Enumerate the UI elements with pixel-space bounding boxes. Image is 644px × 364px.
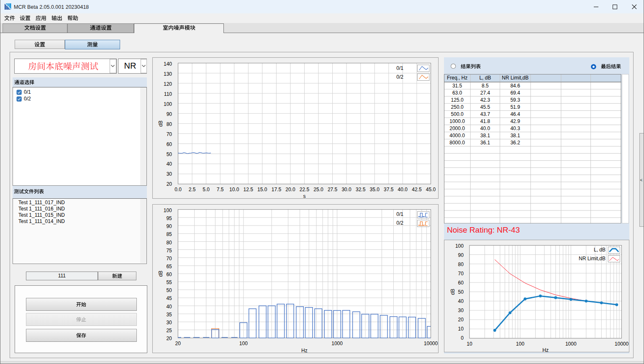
svg-text:dB: dB [158,120,164,126]
svg-text:2000.0: 2000.0 [450,126,465,131]
svg-text:42.9: 42.9 [511,118,521,124]
svg-text:40.3: 40.3 [511,126,521,131]
svg-text:10000: 10000 [615,341,629,346]
svg-text:Hz: Hz [542,347,549,352]
svg-text:40: 40 [167,161,172,167]
svg-text:7.5: 7.5 [217,187,224,192]
svg-text:1000: 1000 [565,341,577,346]
svg-text:70: 70 [166,256,172,261]
svg-text:50: 50 [458,289,464,295]
svg-text:32.5: 32.5 [356,187,366,192]
svg-text:20: 20 [175,341,181,346]
svg-text:90: 90 [167,111,172,117]
svg-text:NR Limit,dB: NR Limit,dB [502,75,529,81]
svg-text:Hz: Hz [301,348,308,353]
svg-text:75: 75 [166,248,172,254]
svg-text:25: 25 [166,328,172,333]
svg-text:12.5: 12.5 [244,187,254,192]
svg-text:130: 130 [164,71,172,77]
svg-text:80: 80 [167,121,172,127]
svg-text:60: 60 [458,280,464,286]
svg-text:125.0: 125.0 [451,97,464,103]
svg-text:60: 60 [167,141,172,147]
svg-text:80: 80 [166,240,172,246]
svg-text:5.0: 5.0 [203,187,210,192]
svg-text:L, dB: L, dB [594,246,606,252]
svg-text:38.1: 38.1 [511,133,521,138]
svg-text:45: 45 [166,296,172,302]
svg-text:10: 10 [458,326,464,332]
svg-text:4000.0: 4000.0 [450,133,465,138]
svg-text:100: 100 [455,243,464,249]
svg-text:L, dB: L, dB [480,75,491,81]
svg-text:30: 30 [167,171,172,177]
svg-text:51.9: 51.9 [511,104,521,110]
svg-text:36.1: 36.1 [480,140,490,146]
svg-text:0.0: 0.0 [174,187,182,192]
svg-text:s: s [303,193,306,198]
svg-text:500.0: 500.0 [451,111,464,117]
svg-text:10: 10 [467,341,472,346]
svg-text:70: 70 [458,271,464,277]
svg-text:40: 40 [458,298,464,304]
svg-text:100: 100 [239,341,248,346]
svg-text:85: 85 [166,232,172,238]
svg-text:30: 30 [458,308,464,313]
svg-text:90: 90 [458,252,464,258]
svg-text:50: 50 [166,288,172,294]
svg-text:36.2: 36.2 [511,140,521,146]
svg-text:35.0: 35.0 [370,187,380,192]
svg-text:42.5: 42.5 [412,187,422,192]
svg-text:84.6: 84.6 [511,83,521,89]
svg-text:0/1: 0/1 [396,211,403,217]
svg-text:40.0: 40.0 [480,126,490,131]
svg-text:1000: 1000 [331,341,343,346]
svg-text:dB: dB [450,289,456,295]
svg-text:20: 20 [167,181,172,187]
svg-text:63.0: 63.0 [452,90,462,96]
svg-text:45.0: 45.0 [426,187,436,192]
svg-text:15.0: 15.0 [257,187,267,192]
svg-text:100: 100 [164,208,172,213]
svg-text:50: 50 [167,151,172,157]
svg-text:0/2: 0/2 [396,220,403,226]
svg-text:27.4: 27.4 [480,90,490,96]
svg-text:2.5: 2.5 [189,187,196,192]
svg-text:0/1: 0/1 [396,65,403,71]
svg-text:31.5: 31.5 [452,83,462,89]
svg-text:95: 95 [166,215,172,221]
svg-text:0/2: 0/2 [396,74,403,80]
svg-text:43.7: 43.7 [480,111,490,117]
svg-text:40: 40 [166,304,172,310]
svg-text:20: 20 [166,336,172,341]
svg-text:30: 30 [166,320,172,326]
svg-text:70: 70 [167,131,172,137]
svg-text:Freq., Hz: Freq., Hz [447,75,467,81]
svg-text:42.3: 42.3 [480,97,490,103]
svg-text:37.5: 37.5 [384,187,394,192]
svg-text:30.0: 30.0 [341,187,352,192]
svg-text:NR Limit,dB: NR Limit,dB [579,256,606,261]
svg-text:40.0: 40.0 [398,187,408,192]
svg-text:17.5: 17.5 [272,187,282,192]
svg-text:100: 100 [164,101,172,107]
svg-text:120: 120 [164,81,172,87]
svg-text:dB: dB [158,271,164,277]
svg-text:80: 80 [458,261,464,267]
svg-text:35: 35 [166,312,172,318]
svg-text:55: 55 [166,279,172,285]
svg-text:20: 20 [458,317,464,323]
svg-text:250.0: 250.0 [451,104,464,110]
svg-text:0: 0 [461,335,464,341]
svg-text:10.0: 10.0 [229,187,239,192]
svg-text:25.0: 25.0 [313,187,323,192]
svg-text:100: 100 [516,341,524,346]
svg-text:46.4: 46.4 [511,111,521,117]
svg-text:60: 60 [166,272,172,277]
svg-text:38.1: 38.1 [480,133,490,138]
svg-text:1000.0: 1000.0 [450,118,465,124]
svg-text:69.4: 69.4 [511,90,521,96]
svg-text:27.5: 27.5 [328,187,338,192]
svg-text:110: 110 [164,91,172,97]
svg-text:140: 140 [164,61,172,67]
